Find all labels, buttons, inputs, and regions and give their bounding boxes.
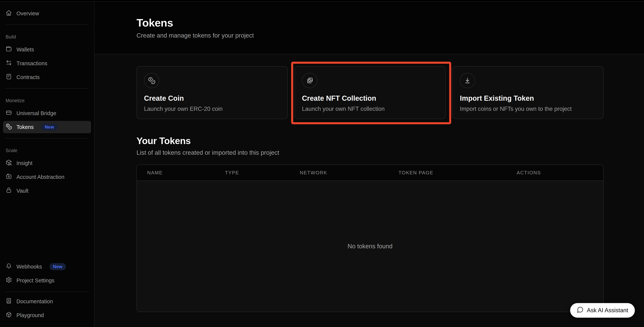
sidebar-item-label: Overview <box>16 10 39 17</box>
column-header-name: NAME <box>137 170 225 176</box>
card-title: Create NFT Collection <box>302 94 438 102</box>
app-frame: Overview Build Wallets Transactions Cont… <box>0 1 644 327</box>
coins-icon <box>144 73 159 88</box>
images-icon <box>302 73 317 88</box>
card-title: Import Existing Token <box>460 94 596 102</box>
wallet-card-icon <box>6 173 12 181</box>
sidebar-item-label: Wallets <box>16 46 34 53</box>
bell-icon <box>6 263 12 271</box>
sidebar-item-label: Vault <box>16 188 28 194</box>
tokens-table-header: NAME TYPE NETWORK TOKEN PAGE ACTIONS <box>137 165 603 181</box>
book-icon <box>6 298 12 305</box>
tokens-content: Create Coin Launch your own ERC-20 coin … <box>94 54 644 327</box>
sidebar-item-webhooks[interactable]: Webhooks New <box>3 261 91 273</box>
sidebar-item-universal-bridge[interactable]: Universal Bridge <box>3 107 91 119</box>
sidebar-section-monetize: Monetize <box>6 98 91 103</box>
sidebar-item-project-settings[interactable]: Project Settings <box>3 274 91 287</box>
sidebar-divider <box>5 292 89 292</box>
sidebar-item-label: Contracts <box>16 74 40 80</box>
card-subtitle: Import coins or NFTs you own to the proj… <box>460 106 596 112</box>
sidebar-item-wallets[interactable]: Wallets <box>3 43 91 56</box>
ask-ai-assistant-label: Ask AI Assistant <box>587 307 628 314</box>
tokens-table-body: No tokens found <box>137 181 603 312</box>
sidebar-item-documentation[interactable]: Documentation <box>3 295 91 308</box>
column-header-network: NETWORK <box>300 170 398 176</box>
sidebar-item-label: Transactions <box>16 60 47 66</box>
tokens-table: NAME TYPE NETWORK TOKEN PAGE ACTIONS No … <box>136 164 604 312</box>
cube-icon <box>6 312 12 319</box>
sidebar-divider <box>5 138 89 138</box>
column-header-token-page: TOKEN PAGE <box>398 170 517 176</box>
sidebar-item-contracts[interactable]: Contracts <box>3 71 91 83</box>
package-search-icon <box>6 159 12 167</box>
sidebar-item-overview[interactable]: Overview <box>3 7 91 20</box>
download-icon <box>460 73 475 88</box>
main-area: Tokens Create and manage tokens for your… <box>94 2 644 327</box>
chat-bubble-icon <box>577 306 584 315</box>
sidebar-item-label: Universal Bridge <box>16 110 56 116</box>
sidebar-section-scale: Scale <box>6 148 91 153</box>
home-icon <box>6 10 12 17</box>
import-existing-token-card[interactable]: Import Existing Token Import coins or NF… <box>452 66 604 119</box>
document-icon <box>6 73 12 81</box>
sidebar-section-build: Build <box>6 34 91 40</box>
credit-card-icon <box>6 109 12 117</box>
your-tokens-subtitle: List of all tokens created or imported i… <box>136 149 604 156</box>
sidebar-item-label: Insight <box>16 160 32 166</box>
sidebar: Overview Build Wallets Transactions Cont… <box>0 2 94 327</box>
app-root: Overview Build Wallets Transactions Cont… <box>0 0 644 327</box>
sidebar-item-label: Tokens <box>16 124 34 130</box>
sidebar-item-label: Documentation <box>16 299 53 305</box>
card-subtitle: Launch your own NFT collection <box>302 106 438 112</box>
lock-icon <box>6 187 12 195</box>
sidebar-spacer <box>3 198 91 261</box>
sidebar-item-vault[interactable]: Vault <box>3 185 91 197</box>
sidebar-divider <box>5 24 89 25</box>
arrows-swap-icon <box>6 60 12 67</box>
new-badge: New <box>41 123 58 131</box>
sidebar-item-label: Webhooks <box>16 264 42 270</box>
sidebar-divider <box>5 88 89 89</box>
new-badge: New <box>50 263 66 270</box>
sidebar-item-transactions[interactable]: Transactions <box>3 57 91 69</box>
sidebar-item-label: Project Settings <box>16 278 54 284</box>
create-nft-collection-wrap: Create NFT Collection Launch your own NF… <box>294 66 446 119</box>
sidebar-item-label: Playground <box>16 312 44 319</box>
column-header-type: TYPE <box>225 170 300 176</box>
create-coin-card[interactable]: Create Coin Launch your own ERC-20 coin <box>136 66 288 119</box>
gear-icon <box>6 277 12 284</box>
ask-ai-assistant-button[interactable]: Ask AI Assistant <box>570 303 635 318</box>
empty-state-message: No tokens found <box>348 243 392 250</box>
your-tokens-title: Your Tokens <box>136 135 604 146</box>
coins-icon <box>6 123 12 131</box>
sidebar-item-playground[interactable]: Playground <box>3 309 91 322</box>
create-nft-collection-card[interactable]: Create NFT Collection Launch your own NF… <box>294 66 446 119</box>
column-header-actions: ACTIONS <box>517 170 603 176</box>
page-header: Tokens Create and manage tokens for your… <box>94 2 644 54</box>
sidebar-item-label: Account Abstraction <box>16 174 64 180</box>
wallet-icon <box>6 46 12 53</box>
page-subtitle: Create and manage tokens for your projec… <box>136 32 644 39</box>
card-title: Create Coin <box>144 94 280 102</box>
token-action-cards: Create Coin Launch your own ERC-20 coin … <box>136 66 604 119</box>
sidebar-item-insight[interactable]: Insight <box>3 157 91 169</box>
sidebar-item-tokens[interactable]: Tokens New <box>3 121 91 133</box>
card-subtitle: Launch your own ERC-20 coin <box>144 106 280 112</box>
sidebar-item-account-abstraction[interactable]: Account Abstraction <box>3 171 91 183</box>
page-title: Tokens <box>136 16 644 29</box>
